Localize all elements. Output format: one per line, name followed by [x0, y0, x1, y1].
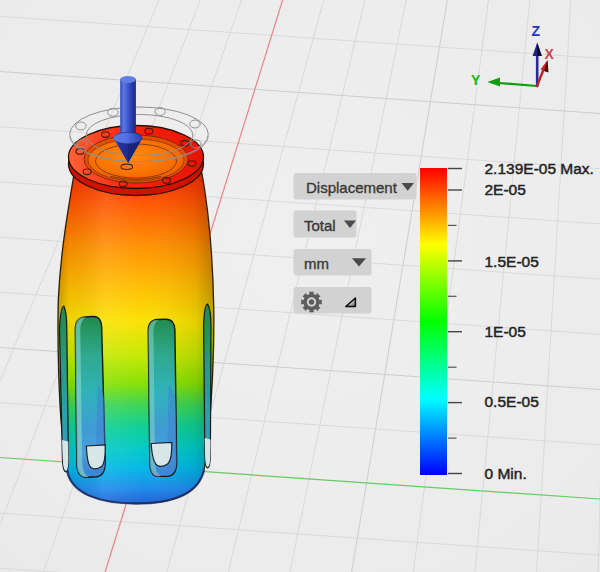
svg-text:Total: Total — [304, 217, 336, 234]
svg-text:1E-05: 1E-05 — [485, 323, 526, 340]
svg-text:1.5E-05: 1.5E-05 — [485, 253, 539, 270]
svg-text:Z: Z — [532, 23, 541, 39]
svg-text:X: X — [545, 46, 555, 62]
svg-text:mm: mm — [304, 255, 329, 272]
svg-text:Displacement: Displacement — [306, 179, 398, 196]
svg-text:0 Min.: 0 Min. — [485, 465, 527, 482]
svg-text:2.139E-05 Max.: 2.139E-05 Max. — [485, 160, 594, 177]
svg-text:2E-05: 2E-05 — [485, 181, 526, 198]
svg-text:0.5E-05: 0.5E-05 — [485, 393, 539, 410]
svg-text:Y: Y — [471, 72, 481, 88]
